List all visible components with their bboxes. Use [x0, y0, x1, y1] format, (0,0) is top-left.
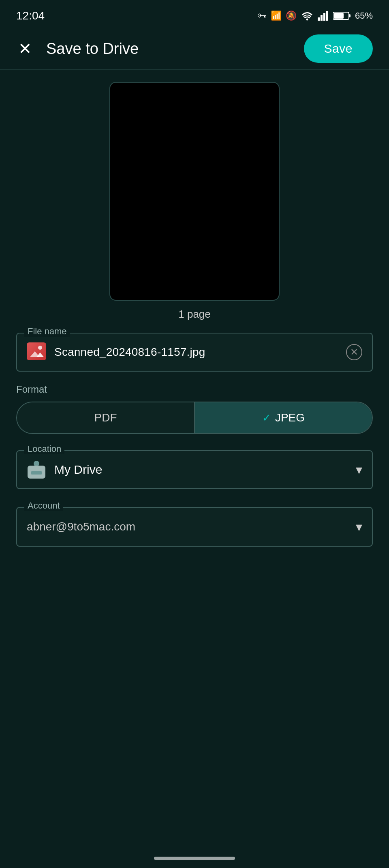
jpeg-label: JPEG	[275, 411, 305, 424]
close-button[interactable]: ✕	[16, 38, 34, 59]
svg-rect-3	[323, 13, 325, 21]
filename-value: Scanned_20240816-1157.jpg	[54, 346, 338, 359]
svg-rect-4	[326, 11, 328, 21]
key-icon: 🗝	[258, 11, 267, 21]
chevron-down-icon: ▾	[356, 462, 362, 477]
svg-point-0	[306, 19, 308, 21]
battery-percentage: 65%	[355, 11, 373, 21]
svg-rect-6	[349, 14, 351, 17]
status-icons: 🗝 📶 🔕 65%	[258, 11, 373, 21]
svg-rect-7	[334, 13, 344, 19]
mute-icon: 🔕	[286, 11, 297, 21]
clear-filename-button[interactable]: ✕	[346, 344, 362, 360]
preview-image	[109, 82, 280, 301]
filename-input-row[interactable]: Scanned_20240816-1157.jpg ✕	[16, 333, 373, 372]
preview-container: 1 page	[16, 82, 373, 321]
app-bar-left: ✕ Save to Drive	[16, 38, 139, 59]
format-label: Format	[16, 384, 373, 395]
status-bar: 12:04 🗝 📶 🔕 65%	[0, 0, 389, 28]
app-bar: ✕ Save to Drive Save	[0, 28, 389, 69]
format-pdf-option[interactable]: PDF	[17, 402, 195, 433]
status-time: 12:04	[16, 9, 45, 22]
account-field-container: Account abner@9to5mac.com ▾	[16, 507, 373, 547]
location-label: Location	[24, 444, 64, 454]
drive-icon	[27, 460, 46, 479]
app-title: Save to Drive	[46, 40, 139, 58]
page-count: 1 page	[178, 308, 211, 321]
check-icon: ✓	[262, 412, 271, 424]
account-label: Account	[24, 500, 63, 511]
account-dropdown[interactable]: abner@9to5mac.com ▾	[16, 507, 373, 547]
svg-rect-2	[321, 15, 323, 21]
account-value: abner@9to5mac.com	[27, 520, 348, 533]
wifi-icon	[301, 11, 314, 21]
signal-icon	[318, 11, 329, 21]
main-content: 1 page File name Scanned_20240816-1157.j…	[0, 70, 389, 571]
clear-circle-icon: ✕	[346, 344, 362, 360]
filename-field-container: File name Scanned_20240816-1157.jpg ✕	[16, 333, 373, 372]
pdf-label: PDF	[94, 411, 117, 424]
bluetooth-icon: 📶	[271, 11, 282, 21]
account-chevron-down-icon: ▾	[356, 519, 362, 534]
location-dropdown[interactable]: My Drive ▾	[16, 450, 373, 489]
format-jpeg-option[interactable]: ✓ JPEG	[195, 402, 372, 433]
format-toggle: PDF ✓ JPEG	[16, 402, 373, 434]
location-value: My Drive	[54, 463, 348, 477]
filename-label: File name	[24, 326, 70, 337]
save-button[interactable]: Save	[304, 34, 373, 63]
location-field-container: Location My Drive ▾	[16, 450, 373, 489]
svg-rect-1	[318, 17, 320, 21]
home-indicator	[154, 857, 235, 860]
file-type-icon	[27, 342, 46, 362]
format-section: Format PDF ✓ JPEG	[16, 384, 373, 434]
battery-icon	[333, 11, 351, 21]
